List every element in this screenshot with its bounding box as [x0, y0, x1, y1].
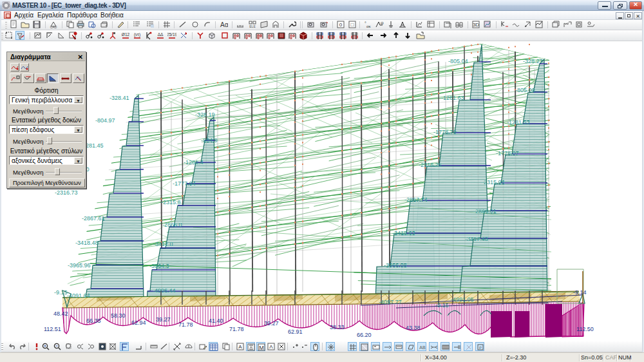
svg-text:-3964.3: -3964.3	[149, 263, 169, 269]
svg-text:Θ: Θ	[381, 21, 384, 25]
svg-text:-9.15: -9.15	[435, 302, 449, 309]
svg-text:Aα: Aα	[220, 21, 228, 28]
svg-text:-4097.77: -4097.77	[379, 299, 402, 305]
svg-text:-3966.08: -3966.08	[384, 262, 407, 269]
svg-text:-9.14: -9.14	[573, 289, 587, 296]
svg-text:-3417.0: -3417.0	[153, 241, 173, 247]
svg-text:-804.9: -804.9	[201, 137, 218, 144]
svg-text:43.38: 43.38	[406, 325, 421, 331]
svg-text:-3418.63: -3418.63	[392, 230, 415, 236]
svg-text:ακ: ακ	[366, 24, 371, 28]
svg-text:-2867.74: -2867.74	[404, 196, 428, 203]
svg-text:71.78: 71.78	[229, 326, 244, 332]
svg-text:41.40: 41.40	[209, 318, 223, 324]
svg-text:Ø12: Ø12	[122, 32, 130, 37]
svg-text:-805.00: -805.00	[515, 87, 535, 93]
svg-text:-3418.48: -3418.48	[75, 240, 99, 246]
svg-text:-1777.94: -1777.94	[173, 180, 196, 187]
svg-text:3D: 3D	[473, 22, 479, 28]
svg-text:-3417.43: -3417.43	[465, 236, 488, 242]
svg-text:-2315.8: -2315.8	[161, 199, 181, 205]
svg-text:58.30: 58.30	[111, 312, 126, 319]
svg-text:-328.27: -328.27	[523, 58, 543, 64]
svg-text:71.78: 71.78	[178, 321, 193, 328]
svg-text:-9.15: -9.15	[54, 289, 68, 296]
svg-text:-1281.4: -1281.4	[184, 159, 204, 166]
svg-text:-328.41: -328.41	[109, 95, 129, 101]
svg-text:-805.04: -805.04	[448, 58, 468, 64]
svg-text:-3965.96: -3965.96	[68, 262, 91, 269]
svg-text:112.50: 112.50	[576, 326, 594, 332]
svg-text:-4996.44: -4996.44	[153, 287, 176, 294]
svg-text:38.33: 38.33	[330, 324, 345, 330]
svg-text:-804.97: -804.97	[95, 117, 115, 124]
svg-text:□: □	[351, 22, 354, 28]
svg-text:-2866.01: -2866.01	[473, 208, 497, 214]
svg-text:25/19: 25/19	[167, 32, 176, 37]
svg-text:A: A	[238, 344, 242, 350]
svg-text:48.42: 48.42	[53, 310, 68, 317]
svg-text:CAD: CAD	[50, 25, 57, 29]
svg-text:-1778.70: -1778.70	[433, 129, 457, 135]
svg-text:-2315.96: -2315.96	[482, 179, 505, 186]
svg-text:Λ: Λ	[269, 344, 273, 350]
svg-text:-2316.73: -2316.73	[55, 189, 78, 196]
svg-text:-328.19: -328.19	[195, 111, 215, 118]
svg-text:62.91: 62.91	[288, 329, 303, 335]
svg-text:ΔΔ: ΔΔ	[158, 32, 164, 37]
svg-text:M: M	[259, 345, 264, 351]
svg-text:-1778.07: -1778.07	[496, 150, 519, 157]
svg-text:-4991.05: -4991.05	[451, 296, 474, 303]
svg-text:-2866.0: -2866.0	[162, 222, 182, 228]
svg-text:-1281.53: -1281.53	[507, 119, 530, 126]
svg-text:112.51: 112.51	[44, 326, 61, 332]
svg-text:0: 0	[339, 22, 343, 28]
svg-text:AB: AB	[419, 345, 426, 350]
svg-text:62.94: 62.94	[131, 319, 146, 326]
svg-text:ELE: ELE	[249, 24, 256, 28]
svg-text:-4091.64: -4091.64	[67, 292, 90, 299]
svg-text:-1281.63: -1281.63	[441, 95, 464, 101]
svg-text:66.35: 66.35	[86, 318, 101, 324]
svg-text:(ντ): (ντ)	[134, 32, 140, 37]
svg-text:39.27: 39.27	[264, 320, 279, 327]
svg-text:-2316.26: -2316.26	[419, 162, 442, 168]
svg-text:39.27: 39.27	[156, 316, 171, 323]
svg-text:-2867.61: -2867.61	[82, 215, 105, 222]
svg-text:66.20: 66.20	[357, 332, 372, 338]
svg-text:Ρ: Ρ	[479, 346, 482, 350]
